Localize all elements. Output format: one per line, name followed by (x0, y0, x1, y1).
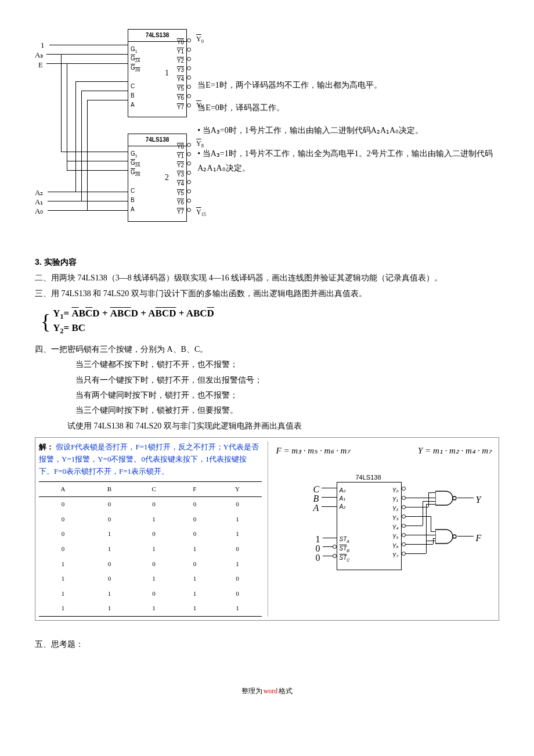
bubble (187, 75, 191, 80)
bubble (187, 143, 191, 147)
pin-y4: Y4 (177, 75, 184, 84)
bubble (187, 66, 191, 70)
pin-sta: STA (340, 535, 349, 545)
table-row: 11010 (39, 586, 262, 602)
wire (61, 54, 62, 152)
out-y: Y (476, 492, 481, 507)
pin-a2: A₂ (340, 502, 346, 512)
table-cell: 0 (132, 586, 176, 602)
table-row: 00101 (39, 512, 262, 527)
table-cell: 0 (87, 512, 132, 527)
table-cell: 1 (87, 527, 132, 542)
wire (87, 100, 128, 100)
table-cell: 0 (132, 527, 176, 542)
table-row: 01110 (39, 542, 262, 557)
table-row: 10001 (39, 557, 262, 572)
in-0b: 0 (316, 550, 320, 566)
solution-right: F = m₃ · m₅ · m₆ · m₇ Y = m₁ · m₂ · m₄ ·… (268, 441, 496, 617)
note-4: • 当A₃=1时，1号片不工作，输出全为高电平1。2号片工作，输出由输入二进制代… (197, 146, 499, 175)
table-header: Y (213, 481, 261, 497)
pin-g1: G1 (131, 149, 138, 159)
wire (426, 504, 435, 505)
table-cell: 1 (213, 601, 261, 616)
pin-y7: Y7 (177, 207, 184, 217)
section-3-p1: 二、用两块 74LS138（3—8 线译码器）级联实现 4—16 线译码器，画出… (35, 272, 499, 285)
wire (405, 535, 435, 535)
pin-g1: G1 (131, 45, 138, 55)
out-y0: Y0 (196, 34, 204, 46)
section-3-head: 3. 实验内容 (35, 255, 499, 268)
table-cell: 1 (87, 601, 132, 616)
section-4-l1: 当三个键都不按下时，锁打不开，也不报警； (35, 358, 499, 371)
table-cell: 0 (176, 497, 213, 512)
svg-point-1 (453, 535, 456, 538)
table-cell: 0 (213, 497, 261, 512)
pin-y3: Y3 (177, 170, 184, 179)
table-cell: 1 (132, 542, 176, 557)
wire (431, 516, 431, 531)
pin-y6: Y6 (177, 198, 184, 207)
section-5: 五、思考题： (35, 638, 499, 651)
pin-c: C (131, 186, 135, 196)
wire (405, 544, 433, 545)
pin-y6: Y6 (177, 93, 184, 103)
wire (405, 507, 428, 507)
pin-y0: Y0 (177, 38, 184, 47)
section-3-p2: 三、用 74LS138 和 74LS20 双与非门设计下面的多输出函数，画出逻辑… (35, 287, 499, 300)
wire (75, 81, 128, 82)
bubble (187, 103, 191, 107)
bubble (187, 38, 191, 42)
table-row: 01001 (39, 527, 262, 542)
table-header: A (39, 481, 87, 497)
table-cell: 1 (87, 586, 132, 602)
pin-c: C (131, 82, 135, 91)
wire (67, 63, 67, 170)
chip-num-1: 1 (165, 67, 169, 80)
pin-y3: Y3 (177, 66, 184, 75)
pin-y1: Y1 (177, 47, 184, 56)
table-cell: 0 (39, 527, 87, 542)
table-cell: 1 (132, 601, 176, 616)
section-4-l4: 当三个键同时按下时，锁被打开，但要报警。 (35, 404, 499, 417)
table-cell: 0 (132, 557, 176, 572)
bubble (187, 171, 191, 175)
wire (405, 516, 431, 517)
chip3-label: 74LS138 (337, 473, 400, 483)
table-cell: 1 (132, 512, 176, 527)
bubble (187, 85, 191, 89)
chip-1: 74LS138 G1 G2A G2B C B A 1 Y0 Y1 Y2 Y3 Y… (128, 29, 187, 117)
table-cell: 1 (132, 571, 176, 586)
pin-a: A (131, 205, 135, 214)
wire (405, 553, 426, 554)
wire (323, 556, 333, 556)
wire (75, 81, 76, 192)
formula-y2: Y2= BC (53, 322, 214, 336)
table-cell: 0 (87, 497, 132, 512)
wire (322, 497, 337, 498)
wire (81, 91, 82, 201)
wire (48, 210, 128, 211)
solution-head: 解： (39, 442, 54, 451)
pin-y1: Y1 (177, 152, 184, 161)
table-cell: 1 (39, 586, 87, 602)
pin-b: B (131, 196, 135, 205)
chip-2: 74LS138 G1 G2A G2B C B A 2 Y0 Y1 Y2 Y3 Y… (128, 134, 187, 222)
table-cell: 0 (213, 542, 261, 557)
bubble (187, 199, 191, 203)
section-4-head: 四、一把密码锁有三个按键，分别为 A、B、C。 (35, 343, 499, 356)
lock-diagram: 74LS138 A₀ A₁ A₂ STA STB STC Y₀ Y₁ Y₂ Y₃… (273, 465, 488, 581)
bubble (187, 180, 191, 184)
wire (423, 501, 435, 502)
table-cell: 0 (213, 586, 261, 602)
table-header: F (176, 481, 213, 497)
table-cell: 0 (39, 512, 87, 527)
section-4-l3: 当有两个键同时按下时，锁打开，也不报警； (35, 389, 499, 402)
table-cell: 0 (87, 571, 132, 586)
table-cell: 0 (132, 497, 176, 512)
page-footer: 整理为word格式 (35, 686, 499, 697)
pin-y6: Y₆ (392, 542, 399, 551)
pin-stb: STB (340, 544, 349, 554)
pin-y3: Y₃ (392, 514, 399, 523)
bubble (187, 152, 191, 156)
bubble (187, 208, 191, 212)
